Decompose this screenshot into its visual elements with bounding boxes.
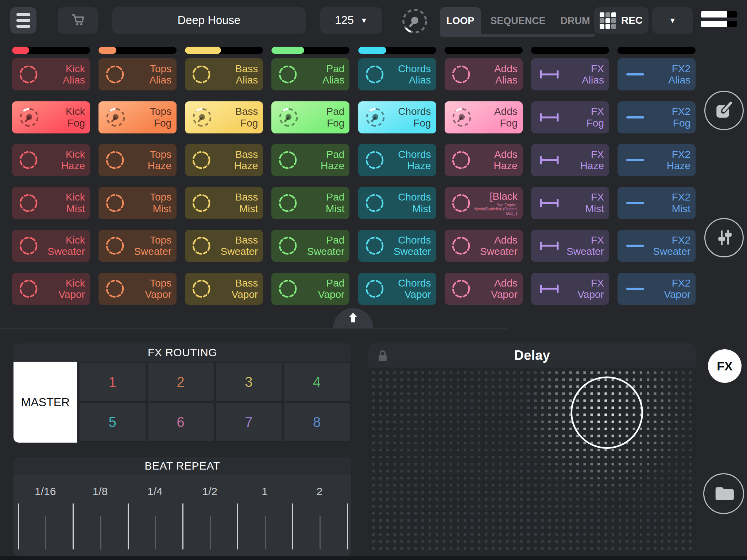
pad-fx2-fog[interactable]: FX2 Fog: [618, 101, 696, 133]
beat-repeat-tick: [45, 516, 46, 549]
pad-tops-sweater[interactable]: Tops Sweater: [98, 230, 177, 262]
beat-repeat-tick: [347, 503, 348, 549]
tempo-knob-icon[interactable]: [400, 7, 429, 35]
fx-routing-slot-3[interactable]: 3: [216, 363, 282, 401]
pad-tops-vapor[interactable]: Tops Vapor: [98, 273, 177, 305]
pad-label: Kick Fog: [40, 106, 85, 129]
pad-label: Pad Alias: [298, 63, 344, 86]
fx-button[interactable]: FX: [708, 349, 742, 383]
pad-kick-sweater[interactable]: Kick Sweater: [12, 230, 90, 262]
pad-label: Kick Haze: [38, 149, 85, 172]
pad-fx-fog[interactable]: FX Fog: [531, 101, 609, 133]
fx-routing-slot-1[interactable]: 1: [80, 363, 146, 401]
pad-tops-haze[interactable]: Tops Haze: [98, 144, 177, 176]
dashed-circle-icon: [19, 193, 38, 213]
pad-fx-mist[interactable]: FX Mist: [531, 187, 609, 219]
pad-label: Chords Sweater: [384, 234, 431, 257]
pad-label: FX2 Mist: [647, 191, 690, 214]
pad-pad-mist[interactable]: Pad Mist: [271, 187, 349, 219]
pad-pad-alias[interactable]: Pad Alias: [271, 58, 349, 90]
pad-fx2-haze[interactable]: FX2 Haze: [618, 144, 696, 176]
pad-fx-vapor[interactable]: FX Vapor: [531, 273, 609, 305]
pad-kick-fog[interactable]: Kick Fog: [12, 101, 90, 133]
pad-chords-vapor[interactable]: Chords Vapor: [358, 273, 436, 305]
fx-routing-slot-2[interactable]: 2: [148, 363, 214, 401]
fx-routing-master-button[interactable]: MASTER: [13, 362, 77, 443]
ibeam-icon: [538, 153, 561, 167]
fx-routing-slot-5[interactable]: 5: [80, 403, 146, 441]
pad-pad-haze[interactable]: Pad Haze: [271, 144, 349, 176]
pad-kick-haze[interactable]: Kick Haze: [12, 144, 90, 176]
pad-fx2-sweater[interactable]: FX2 Sweater: [618, 230, 696, 262]
tab-drum[interactable]: DRUM: [555, 7, 595, 34]
delay-xy-pad[interactable]: [368, 368, 696, 554]
pad-fx2-alias[interactable]: FX2 Alias: [618, 58, 696, 90]
fx-routing-slots: 12345678: [80, 363, 350, 441]
edit-button[interactable]: [704, 91, 744, 130]
column-progress-tops: [98, 47, 177, 54]
tab-loop[interactable]: LOOP: [440, 7, 481, 34]
pad-fx-sweater[interactable]: FX Sweater: [531, 230, 609, 262]
pad-adds-vapor[interactable]: Adds Vapor: [445, 273, 523, 305]
pad-pad-fog[interactable]: Pad Fog: [271, 101, 349, 133]
project-title-button[interactable]: Deep House: [112, 7, 306, 34]
menu-button[interactable]: [10, 7, 36, 34]
pad-pad-vapor[interactable]: Pad Vapor: [271, 273, 349, 305]
beat-repeat-tick: [182, 503, 183, 549]
dashed-circle-icon: [278, 150, 298, 170]
pad-kick-alias[interactable]: Kick Alias: [12, 58, 90, 90]
fx-routing-slot-6[interactable]: 6: [148, 403, 214, 441]
dashed-circle-icon: [191, 150, 211, 170]
fx-routing-slot-7[interactable]: 7: [216, 403, 282, 441]
knob-icon: [451, 107, 472, 128]
pad-bass-sweater[interactable]: Bass Sweater: [185, 230, 263, 262]
dashed-circle-icon: [451, 279, 471, 299]
tab-sequence[interactable]: SEQUENCE: [485, 7, 551, 34]
pad-chords-sweater[interactable]: Chords Sweater: [358, 230, 436, 262]
pad-fx-haze[interactable]: FX Haze: [531, 144, 609, 176]
pad-adds-sweater[interactable]: Adds Sweater: [445, 230, 523, 262]
beat-repeat-ruler[interactable]: 1/161/81/41/212: [13, 475, 351, 556]
pad-bass-mist[interactable]: Bass Mist: [185, 187, 263, 219]
mixer-sliders-icon[interactable]: [701, 11, 737, 27]
dashed-circle-icon: [105, 236, 125, 256]
pad-fx2-vapor[interactable]: FX2 Vapor: [618, 273, 696, 305]
fx-routing-title: FX ROUTING: [13, 343, 351, 362]
pad-kick-mist[interactable]: Kick Mist: [12, 187, 90, 219]
pad-chords-fog[interactable]: Chords Fog: [358, 101, 436, 133]
fx-routing-slot-4[interactable]: 4: [284, 363, 350, 401]
pad-kick-vapor[interactable]: Kick Vapor: [12, 273, 90, 305]
pad-label: Kick Alias: [38, 63, 85, 86]
pad-chords-mist[interactable]: Chords Mist: [358, 187, 436, 219]
pad-adds-haze[interactable]: Adds Haze: [445, 144, 523, 176]
dashed-circle-icon: [105, 65, 125, 84]
pad-adds-mist[interactable]: [BlackSun Empire, Nymfo]Battlefish (Orig…: [445, 187, 523, 219]
pad-fx-alias[interactable]: FX Alias: [531, 58, 609, 90]
pad-bass-alias[interactable]: Bass Alias: [185, 58, 263, 90]
pad-bass-fog[interactable]: Bass Fog: [185, 101, 263, 133]
browser-button[interactable]: [703, 473, 744, 514]
pad-pad-sweater[interactable]: Pad Sweater: [271, 230, 349, 262]
pad-fx2-mist[interactable]: FX2 Mist: [618, 187, 696, 219]
pad-bass-vapor[interactable]: Bass Vapor: [185, 273, 263, 305]
fx-routing-slot-8[interactable]: 8: [284, 403, 350, 441]
pad-tops-fog[interactable]: Tops Fog: [98, 101, 177, 133]
bpm-button[interactable]: 125 ▼: [320, 7, 382, 34]
pad-adds-fog[interactable]: Adds Fog: [445, 101, 523, 133]
record-button[interactable]: REC: [594, 7, 649, 34]
beat-repeat-tick: [292, 503, 293, 549]
pad-tops-alias[interactable]: Tops Alias: [98, 58, 177, 90]
pad-adds-alias[interactable]: Adds Alias: [445, 58, 523, 90]
pad-bass-haze[interactable]: Bass Haze: [185, 144, 263, 176]
pad-chords-haze[interactable]: Chords Haze: [358, 144, 436, 176]
line-icon: [624, 281, 647, 296]
store-cart-button[interactable]: [58, 7, 98, 34]
pad-chords-alias[interactable]: Chords Alias: [358, 58, 436, 90]
column-progress-fx2: [618, 47, 696, 54]
mix-settings-button[interactable]: [704, 218, 744, 257]
record-options-dropdown[interactable]: ▼: [652, 7, 693, 34]
expand-up-button[interactable]: [333, 308, 373, 328]
pad-label: Bass Alias: [211, 63, 258, 86]
lock-icon[interactable]: [376, 349, 389, 363]
pad-tops-mist[interactable]: Tops Mist: [98, 187, 177, 219]
